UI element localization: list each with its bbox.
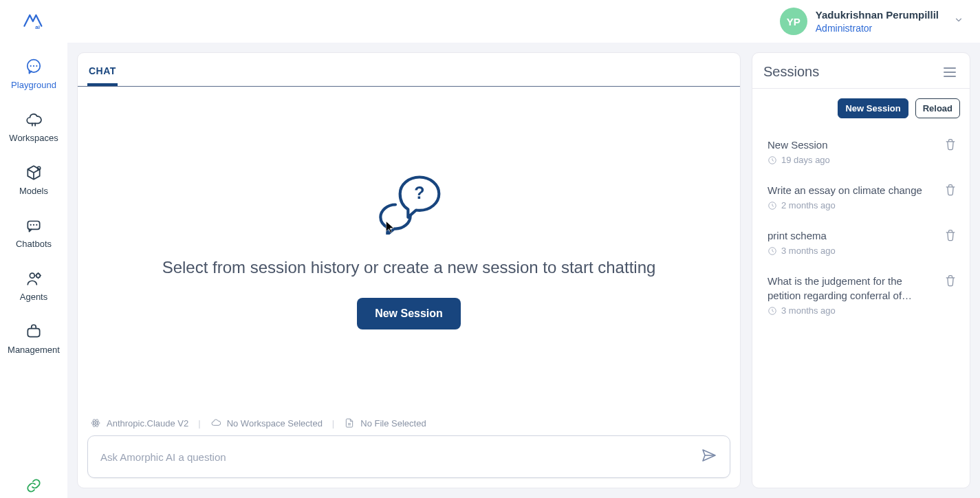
topbar: ai YP Yadukrishnan Perumpillil Administr…	[0, 0, 980, 43]
sidebar-item-management[interactable]: Management	[0, 320, 67, 358]
session-time-text: 3 months ago	[781, 305, 836, 316]
separator: |	[332, 418, 334, 429]
trash-icon	[944, 274, 957, 288]
sessions-new-button[interactable]: New Session	[838, 98, 908, 118]
user-role: Administrator	[816, 22, 939, 34]
session-item[interactable]: New Session 19 days ago	[761, 129, 961, 175]
logo[interactable]: ai	[22, 11, 45, 32]
chat-tabs: CHAT	[78, 53, 740, 87]
sidebar-item-label: Playground	[11, 80, 56, 90]
cloud-icon	[25, 111, 43, 129]
session-time-text: 19 days ago	[781, 155, 830, 165]
clock-icon	[767, 201, 777, 210]
sidebar-amorphic-link[interactable]	[25, 477, 42, 494]
session-title: print schema	[767, 228, 937, 243]
sessions-reload-button[interactable]: Reload	[915, 98, 960, 118]
main-area: CHAT ? Select from session history or cr…	[67, 43, 980, 498]
sidebar-item-chatbots[interactable]: Chatbots	[0, 214, 67, 252]
chat-bubble-icon	[25, 58, 43, 76]
link-icon	[25, 477, 42, 494]
session-title: What is the judgement for the petition r…	[767, 274, 937, 303]
session-time: 3 months ago	[767, 246, 937, 256]
session-title: Write an essay on climate change	[767, 183, 937, 197]
send-icon	[701, 447, 717, 464]
logo-icon: ai	[22, 11, 45, 32]
sessions-menu-button[interactable]	[941, 65, 959, 80]
sidebar-item-label: Models	[19, 186, 48, 196]
agent-icon	[25, 270, 43, 288]
svg-text:ai: ai	[35, 24, 40, 30]
separator: |	[198, 418, 200, 429]
sidebar-item-models[interactable]: Models	[0, 161, 67, 199]
delete-session-button[interactable]	[944, 274, 957, 290]
workspace-name: No Workspace Selected	[227, 418, 323, 429]
session-item[interactable]: Write an essay on climate change 2 month…	[761, 175, 961, 220]
session-item[interactable]: print schema 3 months ago	[761, 220, 961, 266]
new-session-button[interactable]: New Session	[357, 298, 461, 329]
sidebar-item-agents[interactable]: Agents	[0, 267, 67, 305]
model-name: Anthropic.Claude V2	[107, 418, 188, 429]
sidebar-item-playground[interactable]: Playground	[0, 55, 67, 93]
sessions-title: Sessions	[763, 64, 819, 80]
trash-icon	[944, 138, 957, 151]
chat-empty-icon: ?	[375, 171, 444, 237]
sidebar-item-label: Management	[8, 345, 60, 355]
sessions-actions: New Session Reload	[752, 89, 970, 125]
send-button[interactable]	[701, 447, 717, 466]
sidebar-item-label: Workspaces	[9, 133, 58, 143]
chat-empty-state: ? Select from session history or create …	[78, 87, 740, 413]
chat-empty-text: Select from session history or create a …	[162, 258, 656, 277]
tab-chat[interactable]: CHAT	[87, 61, 118, 86]
svg-point-2	[37, 166, 40, 169]
cloud-small-icon	[210, 418, 221, 429]
file-selector[interactable]: No File Selected	[344, 418, 426, 429]
chatbot-icon	[25, 217, 43, 235]
sidebar-item-workspaces[interactable]: Workspaces	[0, 108, 67, 146]
model-selector[interactable]: Anthropic.Claude V2	[90, 418, 188, 429]
svg-rect-6	[28, 329, 39, 337]
delete-session-button[interactable]	[944, 183, 957, 199]
user-menu[interactable]: YP Yadukrishnan Perumpillil Administrato…	[780, 8, 963, 35]
clock-icon	[767, 155, 777, 165]
cube-icon	[25, 164, 43, 182]
chevron-down-icon	[954, 15, 963, 28]
svg-point-8	[95, 422, 97, 424]
svg-text:?: ?	[414, 183, 424, 202]
workspace-selector[interactable]: No Workspace Selected	[210, 418, 323, 429]
file-name: No File Selected	[360, 418, 426, 429]
chat-input-row	[87, 435, 730, 478]
session-time: 2 months ago	[767, 200, 937, 210]
avatar: YP	[780, 8, 807, 35]
session-item[interactable]: What is the judgement for the petition r…	[761, 266, 961, 325]
sidebar: Playground Workspaces Models Chatbots Ag…	[0, 43, 67, 498]
sidebar-item-label: Agents	[20, 292, 47, 302]
sessions-list: New Session 19 days ago Write an essay o…	[752, 125, 970, 329]
chat-meta-row: Anthropic.Claude V2 | No Workspace Selec…	[87, 413, 730, 435]
clock-icon	[767, 306, 777, 316]
sidebar-item-label: Chatbots	[16, 239, 52, 249]
trash-icon	[944, 228, 957, 242]
svg-point-4	[30, 273, 34, 278]
svg-point-5	[36, 274, 41, 278]
delete-session-button[interactable]	[944, 138, 957, 154]
chat-footer: Anthropic.Claude V2 | No Workspace Selec…	[78, 413, 740, 488]
sessions-header: Sessions	[752, 53, 970, 89]
user-name: Yadukrishnan Perumpillil	[816, 8, 939, 22]
sessions-panel: Sessions New Session Reload New Session …	[752, 52, 970, 488]
trash-icon	[944, 183, 957, 197]
atom-icon	[90, 418, 101, 429]
clock-icon	[767, 246, 777, 256]
delete-session-button[interactable]	[944, 228, 957, 245]
briefcase-icon	[25, 323, 43, 340]
chat-panel: CHAT ? Select from session history or cr…	[77, 52, 741, 488]
chat-input[interactable]	[100, 451, 693, 463]
session-time: 3 months ago	[767, 305, 937, 316]
session-time-text: 2 months ago	[781, 200, 836, 210]
session-time-text: 3 months ago	[781, 246, 836, 256]
session-time: 19 days ago	[767, 155, 937, 165]
file-icon	[344, 418, 355, 429]
session-title: New Session	[767, 138, 937, 152]
